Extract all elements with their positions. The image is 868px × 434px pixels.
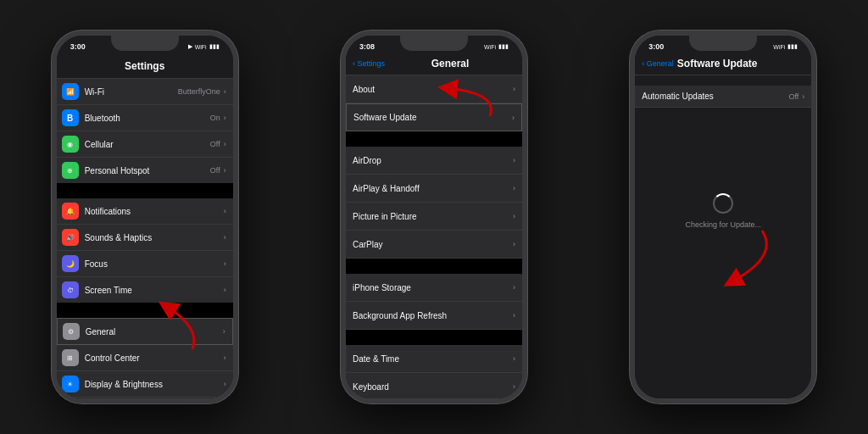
hotspot-label: Personal Hotspot [85, 166, 210, 175]
focus-label: Focus [85, 259, 224, 269]
hotspot-chevron: › [224, 166, 226, 175]
screen-1: Settings 📶 Wi-Fi ButterflyOne › B Blueto… [57, 54, 233, 398]
general-chevron: › [223, 327, 225, 336]
airdrop-chevron: › [513, 156, 515, 164]
phone1-wrapper: 3:00 ▶ WiFi ▮▮▮ Settings 📶 Wi-Fi Butterf… [52, 31, 238, 403]
general-page-title: General [431, 58, 470, 70]
list-item-sounds[interactable]: 🔊 Sounds & Haptics › [57, 225, 233, 251]
display-label: Display & Brightness [85, 380, 224, 389]
status-icons-1: ▶ WiFi ▮▮▮ [188, 43, 220, 50]
general-settings-list: About › Software Update › AirDrop › [346, 75, 522, 398]
settings-list-1: 📶 Wi-Fi ButterflyOne › B Bluetooth On › … [57, 79, 233, 398]
item-about[interactable]: About › [346, 75, 522, 103]
bluetooth-label: Bluetooth [85, 114, 210, 123]
auto-updates-value: Off [788, 92, 798, 101]
software-update-chevron: › [512, 114, 515, 122]
general-icon: ⚙ [63, 323, 80, 340]
auto-updates-section: Automatic Updates Off › [635, 86, 811, 108]
list-item-notifications[interactable]: 🔔 Notifications › [57, 198, 233, 225]
controlcenter-chevron: › [224, 353, 226, 362]
item-bg-refresh[interactable]: Background App Refresh › [346, 302, 522, 330]
cellular-value: Off [210, 140, 220, 148]
loading-spinner [713, 193, 733, 214]
cellular-icon: ◉ [62, 136, 79, 153]
controlcenter-icon: ⊞ [62, 349, 79, 366]
back-button-2[interactable]: ‹ Settings [353, 59, 385, 68]
list-item-cellular[interactable]: ◉ Cellular Off › [57, 131, 233, 158]
about-label: About [353, 85, 513, 94]
sounds-label: Sounds & Haptics [85, 233, 224, 242]
auto-updates-chevron: › [802, 92, 804, 101]
controlcenter-label: Control Center [85, 353, 224, 363]
auto-updates-row[interactable]: Automatic Updates Off › [635, 86, 811, 108]
status-icons-2: WiFi ▮▮▮ [484, 43, 509, 50]
bg-refresh-label: Background App Refresh [353, 311, 513, 320]
wifi-chevron: › [224, 87, 226, 96]
notch1 [111, 36, 179, 51]
hotspot-value: Off [210, 166, 220, 175]
list-item-homescreen[interactable]: ⊟ Home Screen › [57, 398, 233, 398]
date-time-label: Date & Time [353, 354, 513, 364]
nav-header-1: Settings [57, 54, 233, 79]
gap-g2 [346, 259, 522, 274]
gap-g3 [346, 330, 522, 345]
list-item-bluetooth[interactable]: B Bluetooth On › [57, 105, 233, 131]
back-button-3[interactable]: ‹ General [642, 59, 674, 68]
screen-3: ‹ General Software Update Automatic Upda… [635, 54, 811, 398]
bluetooth-chevron: › [224, 114, 226, 122]
item-carplay[interactable]: CarPlay › [346, 231, 522, 259]
phone1: 3:00 ▶ WiFi ▮▮▮ Settings 📶 Wi-Fi Butterf… [52, 31, 238, 403]
item-date-time[interactable]: Date & Time › [346, 345, 522, 373]
cellular-chevron: › [224, 140, 226, 148]
general-label: General [86, 327, 223, 337]
nav-header-2: ‹ Settings General [346, 54, 522, 75]
gap-1 [57, 183, 233, 198]
item-iphone-storage[interactable]: iPhone Storage › [346, 274, 522, 302]
screentime-label: Screen Time [85, 286, 224, 295]
list-item-controlcenter[interactable]: ⊞ Control Center › [57, 345, 233, 371]
wifi-label: Wi-Fi [85, 87, 178, 97]
list-item-wifi[interactable]: 📶 Wi-Fi ButterflyOne › [57, 79, 233, 105]
about-chevron: › [513, 85, 515, 93]
phone2: 3:08 WiFi ▮▮▮ ‹ Settings General About › [341, 31, 527, 403]
iphone-storage-chevron: › [513, 283, 515, 292]
item-software-update[interactable]: Software Update › [346, 103, 522, 131]
bg-refresh-chevron: › [513, 311, 515, 320]
software-update-label: Software Update [353, 113, 512, 122]
item-airdrop[interactable]: AirDrop › [346, 147, 522, 175]
item-pip[interactable]: Picture in Picture › [346, 203, 522, 231]
screentime-icon: ⏱ [62, 281, 79, 298]
bluetooth-value: On [210, 114, 220, 122]
focus-icon: 🌙 [62, 255, 79, 272]
display-chevron: › [224, 380, 226, 388]
airdrop-label: AirDrop [353, 156, 513, 165]
display-icon: ☀ [62, 376, 79, 392]
notifications-chevron: › [224, 207, 226, 215]
phone3: 3:00 WiFi ▮▮▮ ‹ General Software Update … [630, 31, 816, 403]
sounds-icon: 🔊 [62, 229, 79, 246]
list-item-hotspot[interactable]: ⊕ Personal Hotspot Off › [57, 158, 233, 183]
notifications-icon: 🔔 [62, 203, 79, 220]
list-item-screentime[interactable]: ⏱ Screen Time › [57, 277, 233, 303]
notch2 [400, 36, 468, 51]
time-3: 3:00 [648, 42, 664, 51]
sounds-chevron: › [224, 233, 226, 242]
item-airplay[interactable]: AirPlay & Handoff › [346, 175, 522, 203]
screentime-chevron: › [224, 286, 226, 294]
list-item-display[interactable]: ☀ Display & Brightness › [57, 371, 233, 398]
airplay-chevron: › [513, 184, 515, 192]
item-keyboard[interactable]: Keyboard › [346, 373, 522, 398]
screen-2: ‹ Settings General About › Software Upda… [346, 54, 522, 398]
auto-updates-label: Automatic Updates [642, 92, 788, 101]
time-2: 3:08 [359, 42, 375, 51]
wifi-value: ButterflyOne [178, 87, 220, 96]
pip-label: Picture in Picture [353, 212, 513, 221]
time-1: 3:00 [70, 42, 86, 51]
list-item-general[interactable]: ⚙ General › [57, 318, 233, 345]
hotspot-icon: ⊕ [62, 162, 79, 179]
list-item-focus[interactable]: 🌙 Focus › [57, 251, 233, 277]
date-time-chevron: › [513, 354, 515, 363]
status-icons-3: WiFi ▮▮▮ [773, 43, 798, 50]
nav-header-3: ‹ General Software Update [635, 54, 811, 75]
notifications-label: Notifications [85, 207, 224, 216]
